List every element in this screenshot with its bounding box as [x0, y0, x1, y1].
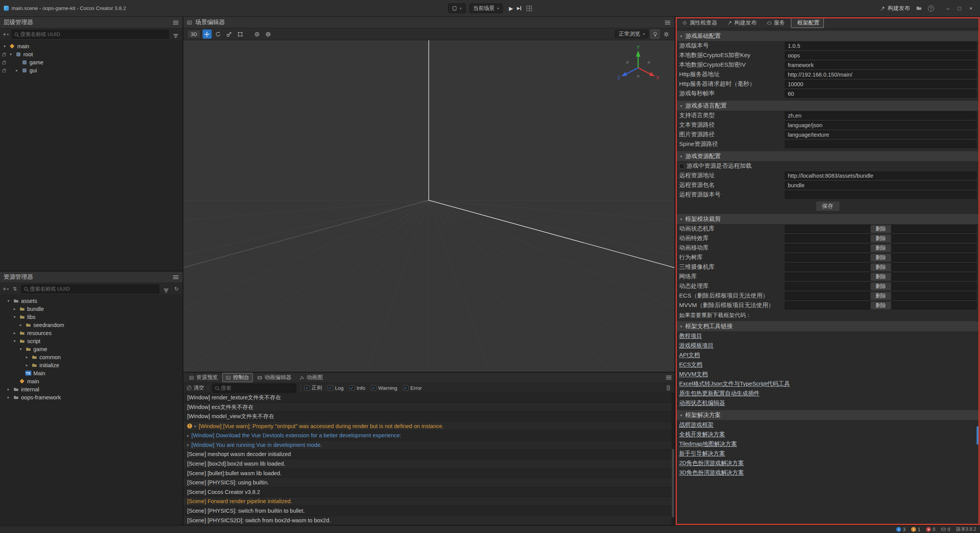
hierarchy-node-row[interactable]: ▸ TS gui: [0, 66, 183, 74]
asset-node-row[interactable]: ▸ TS bundle: [0, 305, 183, 313]
property-input[interactable]: [785, 140, 977, 148]
expand-arrow-icon[interactable]: ▾: [6, 299, 11, 303]
delete-module-button[interactable]: 删除: [870, 225, 891, 233]
inspector-tab[interactable]: 框架配置: [791, 18, 824, 28]
section-solutions[interactable]: ▾ 框架解决方案: [677, 410, 978, 420]
log-row[interactable]: ! ▸ [Window] You are running Vue in deve…: [183, 440, 675, 450]
panel-menu-icon[interactable]: [665, 22, 670, 23]
add-asset-button[interactable]: +▾: [3, 286, 9, 293]
expand-arrow-icon[interactable]: ▸: [12, 307, 17, 311]
error-count[interactable]: ×0: [926, 527, 935, 532]
hierarchy-node-row[interactable]: ▾ TS root: [0, 50, 183, 58]
property-input[interactable]: [785, 172, 977, 180]
delete-module-button[interactable]: 删除: [870, 234, 891, 243]
log-row[interactable]: ! ▸ [Scene] [PHYSICS2D]: switch from box…: [183, 516, 675, 525]
expand-arrow-icon[interactable]: ▾: [12, 339, 17, 343]
log-row[interactable]: ! ▸ [Scene] meshopt wasm decoder initial…: [183, 450, 675, 459]
asset-node-row[interactable]: ▸ TS initialize: [0, 361, 183, 369]
lock-icon[interactable]: [2, 70, 6, 72]
layout-grid-icon[interactable]: [527, 6, 532, 11]
view-mode-select[interactable]: 正常浏览 ▾: [615, 30, 648, 38]
console-filter-checkbox[interactable]: Warning: [371, 385, 397, 391]
console-scrollbar[interactable]: [671, 393, 675, 525]
property-input[interactable]: [785, 191, 977, 199]
hierarchy-node-row[interactable]: TS game: [0, 58, 183, 66]
doc-link[interactable]: 动画状态机编辑器: [679, 399, 725, 407]
solution-link[interactable]: Tiledmap地图解决方案: [679, 440, 737, 448]
rotate-tool-button[interactable]: [214, 29, 223, 39]
scale-tool-button[interactable]: [225, 29, 234, 39]
warning-count[interactable]: !1: [911, 527, 920, 532]
assets-search-input[interactable]: [30, 286, 156, 292]
expand-arrow-icon[interactable]: ▸: [6, 395, 11, 399]
rect-tool-button[interactable]: [236, 29, 245, 39]
scene-light-toggle[interactable]: [650, 29, 660, 39]
solution-link[interactable]: 战棋游戏框架: [679, 421, 714, 428]
log-row[interactable]: ! ▸ [Window] render_texture文件夹不存在: [183, 393, 675, 403]
console-filter-checkbox[interactable]: Error: [403, 385, 422, 391]
inspector-tab[interactable]: 服务: [763, 18, 789, 28]
clear-console-button[interactable]: 清空: [187, 384, 204, 391]
console-filter-checkbox[interactable]: 正则: [304, 384, 322, 391]
property-input[interactable]: [785, 90, 977, 98]
open-folder-icon[interactable]: [916, 5, 922, 11]
filter-icon[interactable]: [173, 34, 178, 35]
asset-node-row[interactable]: ▾ TS assets: [0, 297, 183, 305]
section-i18n[interactable]: ▾ 游戏多语言配置: [677, 101, 978, 111]
refresh-icon[interactable]: ↻: [173, 286, 180, 292]
pivot-toggle-button[interactable]: [253, 29, 262, 39]
log-row[interactable]: ! ▸ [Window] Download the Vue Devtools e…: [183, 431, 675, 440]
console-filter-checkbox[interactable]: Info: [350, 385, 366, 391]
log-row[interactable]: ! ▸ [Scene] [bullet]:bullet wasm lib loa…: [183, 469, 675, 478]
log-row[interactable]: ! ▸ [Window] model_view文件夹不存在: [183, 412, 675, 422]
inspector-scrollbar-thumb[interactable]: [977, 426, 978, 445]
move-tool-button[interactable]: [203, 29, 212, 39]
open-log-file-icon[interactable]: [666, 385, 671, 391]
scene-viewport[interactable]: Y X Z: [183, 40, 675, 372]
help-icon[interactable]: ?: [928, 5, 934, 11]
property-input[interactable]: [785, 51, 977, 59]
asset-node-row[interactable]: ▸ TS internal: [0, 385, 183, 393]
log-row[interactable]: ! ▸ [Scene] [PHYSICS]: using builtin.: [183, 478, 675, 487]
section-docs[interactable]: ▾ 框架文档工具链接: [677, 321, 978, 331]
property-input[interactable]: [785, 61, 977, 69]
preview-platform-select[interactable]: ▾: [448, 3, 466, 13]
toggle-2d-3d-button[interactable]: 3D: [187, 30, 201, 38]
expand-arrow-icon[interactable]: ▸: [15, 68, 19, 72]
console-tab[interactable]: 控制台: [222, 373, 253, 382]
property-input[interactable]: [785, 42, 977, 50]
expand-arrow-icon[interactable]: ▾: [2, 44, 7, 48]
log-row[interactable]: ! ▸ [Scene] [box2d]:box2d wasm lib loade…: [183, 459, 675, 469]
log-expand-arrow[interactable]: ▸: [187, 433, 189, 438]
property-input[interactable]: [785, 70, 977, 78]
panel-menu-icon[interactable]: [666, 377, 671, 378]
delete-module-button[interactable]: 删除: [870, 253, 891, 262]
doc-link[interactable]: MVVM文档: [679, 371, 708, 378]
section-resources[interactable]: ▾ 游戏资源配置: [677, 151, 978, 161]
info-count[interactable]: i3: [896, 527, 905, 532]
expand-arrow-icon[interactable]: ▾: [12, 315, 17, 319]
doc-link[interactable]: 原生包热更新配置自动生成插件: [679, 390, 760, 397]
asset-node-row[interactable]: ▸ TS oops-framework: [0, 393, 183, 401]
expand-arrow-icon[interactable]: ▸: [18, 323, 23, 327]
scrollbar-thumb[interactable]: [672, 449, 674, 517]
panel-menu-icon[interactable]: [173, 22, 178, 23]
maximize-button[interactable]: □: [954, 5, 965, 11]
sort-icon[interactable]: ⇅: [11, 286, 18, 292]
hierarchy-node-row[interactable]: ▾ TS main: [0, 42, 183, 50]
console-tab[interactable]: 资源预览: [186, 373, 221, 382]
asset-node-row[interactable]: TS main: [0, 377, 183, 385]
add-node-button[interactable]: +▾: [3, 31, 9, 38]
asset-node-row[interactable]: ▾ TS script: [0, 337, 183, 345]
delete-module-button[interactable]: 删除: [870, 244, 891, 252]
scene-select[interactable]: 当前场景 ▾: [469, 3, 503, 13]
property-input[interactable]: [785, 131, 977, 139]
log-expand-arrow[interactable]: ▸: [194, 424, 196, 428]
asset-node-row[interactable]: ▸ TS seedrandom: [0, 321, 183, 329]
doc-link[interactable]: API文档: [679, 352, 700, 359]
doc-link[interactable]: 游戏模板项目: [679, 342, 714, 349]
panel-menu-icon[interactable]: [173, 277, 178, 278]
solution-link[interactable]: 全栈开发解决方案: [679, 431, 725, 438]
scene-settings-button[interactable]: [662, 29, 671, 39]
asset-node-row[interactable]: TS Main: [0, 369, 183, 377]
